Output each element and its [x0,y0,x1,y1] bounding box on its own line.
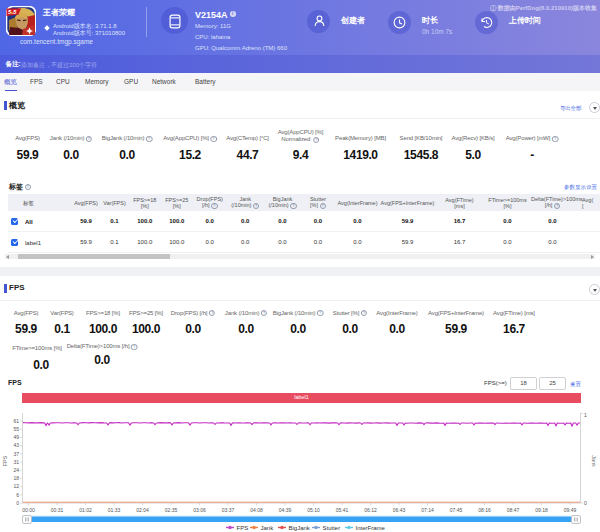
svg-text:09:18: 09:18 [535,507,548,513]
svg-text:04:39: 04:39 [279,507,292,513]
svg-text:24: 24 [13,467,19,473]
svg-text:02:04: 02:04 [136,507,149,513]
svg-text:BigJank: BigJank [289,525,311,531]
svg-text:43: 43 [13,442,19,448]
svg-text:03:37: 03:37 [222,507,235,513]
svg-text:05:41: 05:41 [336,507,349,513]
svg-text:02:35: 02:35 [165,507,178,513]
svg-text:FPS: FPS [2,455,8,466]
svg-text:37: 37 [13,451,19,457]
svg-text:09:49: 09:49 [564,507,577,513]
svg-text:07:14: 07:14 [421,507,434,513]
svg-text:08:47: 08:47 [507,507,520,513]
svg-text:05:10: 05:10 [307,507,320,513]
svg-text:1: 1 [584,412,587,418]
svg-text:31: 31 [13,459,19,465]
svg-text:00:00: 00:00 [22,507,35,513]
svg-text:00:31: 00:31 [51,507,64,513]
svg-text:FPS: FPS [237,525,249,531]
svg-text:49: 49 [13,434,19,440]
svg-text:Jank: Jank [261,525,275,531]
svg-text:01:02: 01:02 [79,507,92,513]
svg-text:5v5: 5v5 [8,9,17,15]
svg-text:0: 0 [584,500,587,506]
svg-text:12: 12 [13,483,19,489]
svg-text:0: 0 [16,500,19,506]
svg-text:04:08: 04:08 [250,507,263,513]
svg-text:06:43: 06:43 [393,507,406,513]
svg-text:18: 18 [13,475,19,481]
svg-text:07:45: 07:45 [450,507,463,513]
svg-text:01:33: 01:33 [108,507,121,513]
svg-text:06:12: 06:12 [364,507,377,513]
svg-text:03:06: 03:06 [193,507,206,513]
svg-text:61: 61 [13,418,19,424]
svg-text:Stutter: Stutter [323,525,341,531]
svg-text:55: 55 [13,426,19,432]
svg-text:6: 6 [16,492,19,498]
svg-text:08:16: 08:16 [478,507,491,513]
svg-text:Jank: Jank [591,455,597,467]
svg-text:InterFrame: InterFrame [356,525,386,531]
